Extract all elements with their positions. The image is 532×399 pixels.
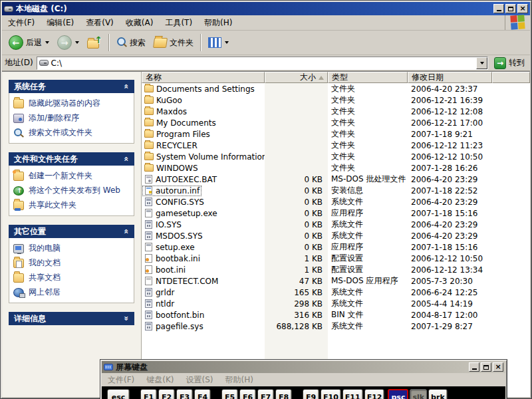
file-row[interactable]: gamesetup.exe0 KB应用程序2007-1-18 15:16 bbox=[142, 207, 530, 219]
key-F11[interactable]: F11 bbox=[342, 389, 363, 399]
menu-item[interactable]: 帮助(H) bbox=[198, 17, 238, 29]
file-row[interactable]: CONFIG.SYS0 KB系统文件2006-4-20 23:29 bbox=[142, 196, 530, 207]
key-F9[interactable]: F9 bbox=[303, 389, 319, 399]
file-name: autorun.inf bbox=[156, 186, 200, 196]
close-button[interactable]: × bbox=[493, 362, 503, 372]
maximize-button[interactable] bbox=[505, 4, 516, 13]
file-row[interactable]: pagefile.sys688,128 KB系统文件2007-1-29 8:27 bbox=[142, 321, 530, 332]
key-F5[interactable]: F5 bbox=[221, 389, 238, 399]
folders-button[interactable]: 文件夹 bbox=[150, 35, 197, 51]
key-F1[interactable]: F1 bbox=[140, 389, 157, 399]
section-header[interactable]: 文件和文件夹任务« bbox=[9, 152, 134, 166]
key-F4[interactable]: F4 bbox=[194, 389, 211, 399]
key-F2[interactable]: F2 bbox=[158, 389, 175, 399]
file-row[interactable]: RECYCLER文件夹2006-12-12 11:23 bbox=[142, 140, 530, 151]
file-date: 2006-4-20 23:29 bbox=[408, 196, 492, 207]
column-header-name[interactable]: 名称 bbox=[142, 72, 265, 83]
file-type: 安装信息 bbox=[328, 185, 408, 196]
key-F6[interactable]: F6 bbox=[239, 389, 256, 399]
keyboard-menu-item[interactable]: 帮助(H) bbox=[219, 374, 259, 386]
task-link[interactable]: 我的电脑 bbox=[13, 243, 130, 253]
forward-button[interactable]: → bbox=[54, 33, 82, 53]
column-header-type[interactable]: 类型 bbox=[328, 72, 408, 83]
task-link[interactable]: 我的文档 bbox=[13, 258, 130, 268]
task-link[interactable]: 添加/删除程序 bbox=[13, 113, 130, 123]
keyboard-icon bbox=[104, 364, 113, 370]
key-esc[interactable]: esc bbox=[107, 389, 130, 399]
go-button[interactable]: → 转到 bbox=[491, 57, 527, 69]
file-row[interactable]: NTDETECT.COM47 KBMS-DOS 应用程序2005-7-3 20:… bbox=[142, 275, 530, 287]
column-header-size[interactable]: 大小 bbox=[265, 72, 328, 83]
file-row[interactable]: setup.exe0 KB应用程序2007-1-18 15:16 bbox=[142, 241, 530, 253]
task-link[interactable]: 搜索文件或文件夹 bbox=[13, 128, 130, 138]
section-header[interactable]: 详细信息» bbox=[9, 312, 134, 325]
file-size bbox=[265, 106, 328, 117]
file-row[interactable]: My Documents文件夹2006-12-21 17:00 bbox=[142, 117, 530, 128]
file-row[interactable]: grldr165 KB系统文件2006-6-24 12:25 bbox=[142, 287, 530, 298]
file-row[interactable]: ntldr298 KB系统文件2005-4-4 14:19 bbox=[142, 298, 530, 309]
section-header[interactable]: 其它位置« bbox=[9, 225, 134, 238]
menu-item[interactable]: 文件(F) bbox=[2, 17, 41, 29]
key-F3[interactable]: F3 bbox=[176, 389, 193, 399]
section-header[interactable]: 系统任务« bbox=[9, 80, 134, 93]
file-row[interactable]: Maxdos文件夹2006-12-12 12:08 bbox=[142, 106, 530, 117]
search-button[interactable]: 搜索 bbox=[113, 35, 149, 51]
menu-item[interactable]: 编辑(E) bbox=[41, 17, 80, 29]
file-size bbox=[265, 117, 328, 128]
task-link[interactable]: 将这个文件夹发布到 Web bbox=[13, 186, 130, 196]
maximize-button[interactable] bbox=[481, 362, 491, 372]
file-name: setup.exe bbox=[156, 243, 195, 252]
task-link[interactable]: 网上邻居 bbox=[13, 287, 130, 297]
task-link[interactable]: 共享此文件夹 bbox=[13, 200, 130, 210]
file-row[interactable]: Program Files文件夹2007-1-18 9:21 bbox=[142, 128, 530, 140]
key-psc[interactable]: psc bbox=[388, 389, 408, 399]
forward-dropdown-icon[interactable] bbox=[75, 41, 79, 44]
my-documents-icon bbox=[13, 259, 24, 268]
key-F7[interactable]: F7 bbox=[257, 389, 274, 399]
keyboard-menu-item[interactable]: 文件(F) bbox=[102, 374, 140, 386]
file-type: 文件夹 bbox=[328, 117, 408, 128]
menu-item[interactable]: 收藏(A) bbox=[120, 17, 160, 29]
column-header-date[interactable]: 修改日期 bbox=[408, 72, 492, 83]
back-button[interactable]: ← 后退 bbox=[5, 33, 53, 53]
file-row[interactable]: autorun.inf0 KB安装信息2007-1-18 22:52 bbox=[142, 185, 530, 196]
close-button[interactable]: × bbox=[517, 4, 528, 13]
file-row[interactable]: Documents and Settings文件夹2006-4-20 23:37 bbox=[142, 83, 530, 94]
file-row[interactable]: boot.ini1 KB配置设置2006-12-12 13:34 bbox=[142, 264, 530, 275]
views-button[interactable] bbox=[205, 35, 232, 51]
minimize-button[interactable] bbox=[493, 4, 504, 13]
up-button[interactable]: ↑ bbox=[84, 34, 105, 51]
key-F10[interactable]: F10 bbox=[321, 389, 341, 399]
task-link[interactable]: 共享文档 bbox=[13, 273, 130, 283]
address-dropdown-button[interactable] bbox=[476, 57, 487, 69]
key-brk[interactable]: brk bbox=[428, 389, 448, 399]
menu-item[interactable]: 工具(T) bbox=[159, 17, 198, 29]
folder-icon bbox=[144, 119, 154, 126]
file-row[interactable]: bootfont.bin316 KBBIN 文件2004-8-17 12:00 bbox=[142, 309, 530, 321]
views-dropdown-icon[interactable] bbox=[225, 41, 229, 44]
file-row[interactable]: bootbak.ini1 KB配置设置2006-12-12 10:50 bbox=[142, 253, 530, 264]
key-slk[interactable]: slk bbox=[410, 389, 427, 399]
file-row[interactable]: IO.SYS0 KB系统文件2006-4-20 23:29 bbox=[142, 219, 530, 230]
chevron-double-down-icon: » bbox=[122, 316, 131, 321]
file-row[interactable]: AUTOEXEC.BAT0 KBMS-DOS 批处理文件2006-4-20 23… bbox=[142, 174, 530, 185]
keyboard-menu-item[interactable]: 键盘(K) bbox=[140, 374, 180, 386]
file-row[interactable]: MSDOS.SYS0 KB系统文件2006-4-20 23:29 bbox=[142, 230, 530, 241]
file-size: 0 KB bbox=[265, 185, 328, 196]
minimize-button[interactable] bbox=[469, 362, 479, 372]
file-row[interactable]: KuGoo文件夹2006-12-21 16:39 bbox=[142, 94, 530, 106]
file-date: 2007-1-18 22:52 bbox=[408, 185, 492, 196]
file-name: Maxdos bbox=[156, 107, 187, 116]
file-date: 2006-4-20 23:29 bbox=[408, 219, 492, 230]
task-link[interactable]: 隐藏此驱动器的内容 bbox=[13, 98, 130, 108]
file-type: 系统文件 bbox=[328, 196, 408, 207]
key-F8[interactable]: F8 bbox=[275, 389, 292, 399]
back-dropdown-icon[interactable] bbox=[45, 41, 49, 44]
file-row[interactable]: WINDOWS文件夹2007-1-28 16:26 bbox=[142, 162, 530, 174]
file-row[interactable]: System Volume Information文件夹2006-12-12 1… bbox=[142, 151, 530, 162]
address-combo[interactable]: C:\ bbox=[37, 57, 488, 70]
menu-item[interactable]: 查看(V) bbox=[80, 17, 120, 29]
task-link[interactable]: 创建一个新文件夹 bbox=[13, 171, 130, 181]
keyboard-menu-item[interactable]: 设置(S) bbox=[180, 374, 219, 386]
key-F12[interactable]: F12 bbox=[364, 389, 385, 399]
